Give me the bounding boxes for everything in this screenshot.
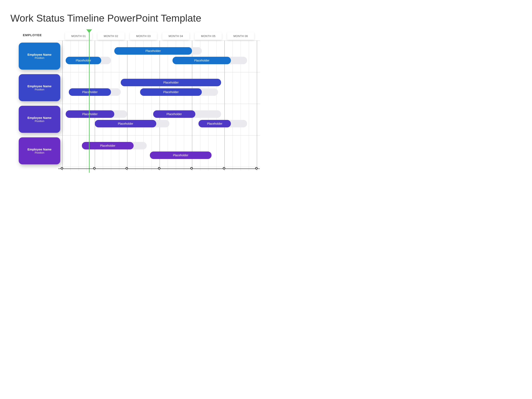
- employee-name: Employee Name: [27, 147, 51, 151]
- employee-card: Employee NamePosition: [19, 137, 60, 164]
- month-label: MONTH 02: [97, 32, 125, 40]
- axis-tick: [61, 167, 63, 170]
- employee-card: Employee NamePosition: [19, 74, 60, 101]
- gridline-month: [257, 40, 257, 171]
- current-marker-icon: [86, 29, 92, 33]
- gridline-sub: [249, 40, 249, 171]
- employee-position: Position: [35, 88, 44, 91]
- axis-tick: [223, 167, 225, 170]
- month-label: MONTH 03: [130, 32, 157, 40]
- axis-tick: [158, 167, 160, 170]
- month-label: MONTH 05: [195, 32, 222, 40]
- employee-name: Employee Name: [27, 116, 51, 120]
- task-bar: Placeholder: [121, 79, 221, 86]
- gridline-sub: [119, 40, 119, 171]
- timeline-chart: EMPLOYEEMONTH 01MONTH 02MONTH 03MONTH 04…: [10, 32, 256, 175]
- task-bar: Placeholder: [153, 110, 195, 118]
- gridline-sub: [152, 40, 152, 171]
- axis-tick: [93, 167, 95, 170]
- axis-tick: [126, 167, 128, 170]
- employee-column-header: EMPLOYEE: [23, 33, 42, 37]
- task-bar: Placeholder: [140, 88, 202, 96]
- employee-position: Position: [35, 120, 44, 123]
- month-label: MONTH 04: [162, 32, 189, 40]
- gridline-month: [62, 40, 63, 171]
- month-label: MONTH 01: [65, 32, 92, 40]
- gridline-sub: [143, 40, 144, 171]
- task-bar: Placeholder: [66, 57, 101, 64]
- task-bar: Placeholder: [198, 120, 231, 127]
- task-bar: Placeholder: [95, 120, 156, 127]
- current-marker-line: [89, 32, 89, 173]
- task-bar: Placeholder: [114, 47, 192, 55]
- task-bar: Placeholder: [66, 110, 114, 118]
- employee-position: Position: [35, 151, 44, 154]
- employee-name: Employee Name: [27, 84, 51, 88]
- employee-position: Position: [35, 56, 44, 59]
- row-divider: [58, 72, 260, 72]
- row-divider: [58, 104, 260, 104]
- axis-tick: [255, 167, 258, 170]
- task-bar: Placeholder: [69, 88, 111, 96]
- employee-card: Employee NamePosition: [19, 106, 60, 133]
- page-title: Work Status Timeline PowerPoint Template: [10, 13, 522, 24]
- employee-card: Employee NamePosition: [19, 43, 60, 70]
- task-bar: Placeholder: [150, 152, 211, 159]
- month-label: MONTH 06: [227, 32, 254, 40]
- gridline-sub: [168, 40, 168, 171]
- axis-tick: [190, 167, 193, 170]
- gridline-sub: [111, 40, 111, 171]
- row-divider: [58, 40, 260, 41]
- gridline-month: [127, 40, 127, 171]
- task-bar: Placeholder: [172, 57, 231, 64]
- employee-name: Employee Name: [27, 53, 51, 56]
